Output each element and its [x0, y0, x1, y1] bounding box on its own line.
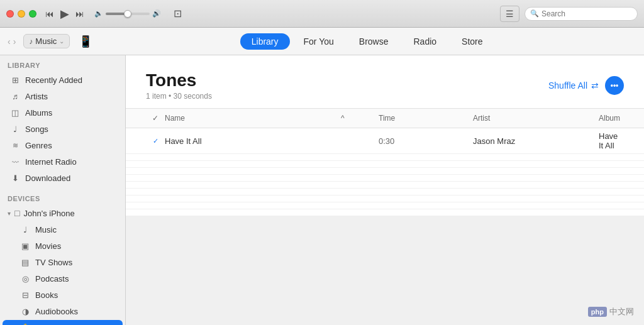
music-icon: ♩: [20, 225, 30, 234]
titlebar: ⏮ ▶ ⏭ 🔈 🔊 ⊡ ☰ 🔍: [0, 0, 644, 28]
minimize-button[interactable]: [18, 10, 25, 18]
sidebar: Library ⊞ Recently Added ♬ Artists ◫ Alb…: [0, 55, 126, 325]
shuffle-area: Shuffle All ⇄ •••: [548, 76, 624, 95]
track-table: ✓ Name ^ Time Artist Album ✓ Have It All…: [126, 108, 644, 216]
content-wrapper: Tones 1 item • 30 seconds Shuffle All ⇄ …: [126, 55, 644, 325]
back-button[interactable]: ‹: [8, 36, 11, 47]
watermark: php 中文网: [588, 306, 634, 317]
th-artist: Artist: [473, 111, 599, 125]
music-label: Music: [35, 225, 57, 234]
sidebar-item-downloaded[interactable]: ⬇ Downloaded: [3, 170, 123, 186]
tab-radio[interactable]: Radio: [402, 33, 448, 50]
songs-icon: ♩: [10, 124, 20, 134]
sidebar-item-tv-shows[interactable]: ▤ TV Shows: [3, 255, 123, 270]
books-icon: ⊟: [20, 290, 30, 300]
sidebar-item-movies[interactable]: ▣ Movies: [3, 238, 123, 254]
devices-section-title: Devices: [0, 189, 125, 205]
search-input[interactable]: [541, 9, 632, 18]
sidebar-item-songs[interactable]: ♩ Songs: [3, 121, 123, 137]
sidebar-item-audiobooks[interactable]: ◑ Audiobooks: [3, 304, 123, 319]
table-row-empty: [126, 168, 644, 175]
table-row-empty: [126, 175, 644, 182]
th-check: ✓: [146, 111, 165, 125]
close-button[interactable]: [6, 10, 14, 18]
forward-button-nav[interactable]: ›: [13, 36, 16, 47]
table-row-empty: [126, 161, 644, 168]
sidebar-item-artists[interactable]: ♬ Artists: [3, 89, 123, 104]
table-row[interactable]: ✓ Have It All 0:30 Jason Mraz Have It Al…: [126, 128, 644, 154]
movies-icon: ▣: [20, 241, 30, 251]
content-header: Tones 1 item • 30 seconds Shuffle All ⇄ …: [126, 55, 644, 108]
table-row-empty: [126, 189, 644, 196]
tab-browse[interactable]: Browse: [348, 33, 400, 50]
search-icon: 🔍: [530, 9, 539, 18]
traffic-lights: [6, 10, 36, 18]
iphone-icon: □: [14, 208, 19, 218]
content-title: Tones: [146, 70, 212, 91]
sidebar-item-tones[interactable]: 🔔 Tones: [3, 320, 123, 325]
audiobooks-icon: ◑: [20, 307, 30, 316]
th-name: Name: [165, 111, 341, 125]
sidebar-item-music[interactable]: ♩ Music: [3, 222, 123, 238]
shuffle-all-button[interactable]: Shuffle All ⇄: [548, 80, 599, 91]
tab-library[interactable]: Library: [240, 33, 290, 50]
slider-thumb: [124, 10, 131, 18]
tab-for-you[interactable]: For You: [292, 33, 345, 50]
sidebar-item-albums[interactable]: ◫ Albums: [3, 105, 123, 121]
podcasts-icon: ◎: [20, 274, 30, 284]
table-row-empty: [126, 154, 644, 161]
sidebar-item-podcasts[interactable]: ◎ Podcasts: [3, 271, 123, 287]
downloaded-icon: ⬇: [10, 174, 20, 183]
chevron-down-icon: ⌄: [59, 38, 64, 45]
th-time: Time: [379, 111, 473, 125]
nav-arrows: ‹ ›: [8, 36, 16, 47]
sidebar-item-genres[interactable]: ≋ Genres: [3, 138, 123, 153]
internet-radio-label: Internet Radio: [25, 157, 77, 167]
airplay-button[interactable]: ⊡: [174, 8, 182, 19]
watermark-text: 中文网: [609, 306, 634, 317]
maximize-button[interactable]: [29, 10, 36, 18]
content-area: Tones 1 item • 30 seconds Shuffle All ⇄ …: [126, 55, 644, 216]
content-subtitle: 1 item • 30 seconds: [146, 92, 212, 101]
more-options-button[interactable]: •••: [605, 76, 624, 95]
play-button[interactable]: ▶: [60, 7, 69, 21]
genres-label: Genres: [25, 141, 52, 150]
albums-icon: ◫: [10, 108, 20, 118]
content-title-area: Tones 1 item • 30 seconds: [146, 70, 212, 101]
main-layout: Library ⊞ Recently Added ♬ Artists ◫ Alb…: [0, 55, 644, 325]
nav-tabs: Library For You Browse Radio Store: [97, 33, 636, 50]
sidebar-item-books[interactable]: ⊟ Books: [3, 287, 123, 303]
sidebar-item-internet-radio[interactable]: 〰 Internet Radio: [3, 154, 123, 170]
tab-store[interactable]: Store: [450, 33, 494, 50]
internet-radio-icon: 〰: [10, 158, 20, 166]
row-artist: Jason Mraz: [473, 136, 599, 146]
downloaded-label: Downloaded: [25, 174, 70, 183]
table-row-empty: [126, 202, 644, 209]
tv-shows-icon: ▤: [20, 258, 30, 267]
recently-added-label: Recently Added: [25, 75, 82, 85]
breadcrumb[interactable]: ♪ Music ⌄: [23, 34, 70, 48]
artists-icon: ♬: [10, 92, 20, 101]
sidebar-item-recently-added[interactable]: ⊞ Recently Added: [3, 72, 123, 88]
volume-high-icon: 🔊: [152, 9, 161, 18]
th-sort[interactable]: ^: [341, 111, 379, 125]
navbar: ‹ › ♪ Music ⌄ 📱 Library For You Browse R…: [0, 28, 644, 55]
shuffle-icon: ⇄: [591, 80, 599, 91]
transport-controls: ⏮ ▶ ⏭: [45, 7, 84, 21]
search-box[interactable]: 🔍: [525, 7, 638, 21]
device-row-iphone[interactable]: ▾ □ John's iPhone: [0, 205, 125, 221]
songs-label: Songs: [25, 124, 48, 134]
list-view-button[interactable]: ☰: [500, 6, 519, 22]
table-row-empty: [126, 182, 644, 189]
table-body: ✓ Have It All 0:30 Jason Mraz Have It Al…: [126, 128, 644, 216]
volume-slider[interactable]: 🔈 🔊: [94, 9, 161, 18]
audiobooks-label: Audiobooks: [35, 307, 78, 316]
music-note-icon: ♪: [29, 37, 33, 46]
row-check: ✓: [146, 137, 165, 145]
forward-button[interactable]: ⏭: [75, 9, 84, 19]
row-time: 0:30: [379, 136, 473, 146]
table-row-empty: [126, 196, 644, 202]
device-icon[interactable]: 📱: [79, 35, 92, 48]
movies-label: Movies: [35, 241, 61, 251]
rewind-button[interactable]: ⏮: [45, 9, 54, 19]
